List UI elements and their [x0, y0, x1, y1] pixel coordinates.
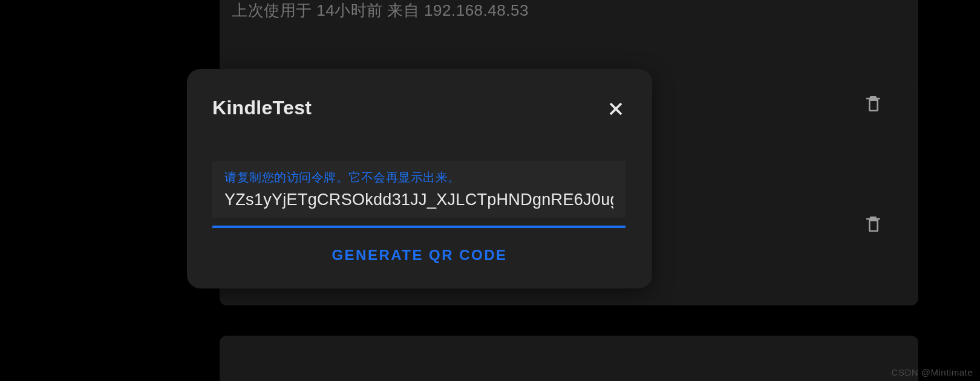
token-dialog: KindleTest 请复制您的访问令牌。它不会再显示出来。 GENERATE …: [187, 69, 652, 288]
token-field-container: 请复制您的访问令牌。它不会再显示出来。: [212, 161, 626, 218]
trash-icon[interactable]: [864, 94, 883, 118]
dialog-title: KindleTest: [212, 97, 312, 119]
close-button[interactable]: [605, 98, 627, 120]
token-hint-label: 请复制您的访问令牌。它不会再显示出来。: [224, 169, 613, 186]
token-input[interactable]: [224, 190, 613, 209]
last-used-label: 上次使用于 14小时前 来自 192.168.48.53: [232, 0, 529, 21]
generate-qr-button[interactable]: GENERATE QR CODE: [187, 239, 652, 271]
trash-icon[interactable]: [864, 214, 883, 238]
background-card-bottom: [220, 336, 918, 381]
close-icon: [605, 98, 627, 120]
watermark-text: CSDN @Mintimate: [892, 367, 973, 377]
token-underline: [212, 226, 626, 228]
